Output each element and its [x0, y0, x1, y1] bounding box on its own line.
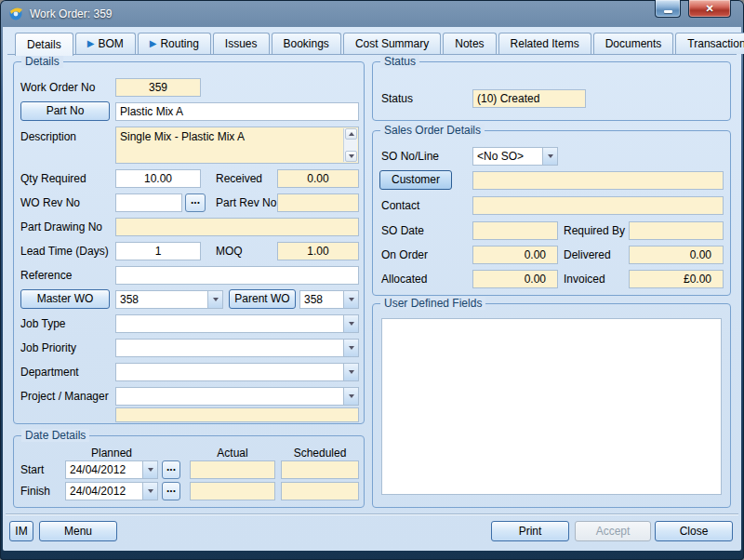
chevron-down-icon: [349, 322, 354, 326]
part-rev-no-field: [277, 193, 359, 212]
job-priority-combo[interactable]: [115, 339, 359, 357]
finish-planned-date-picker[interactable]: 24/04/2012: [65, 482, 158, 500]
tab-notes[interactable]: Notes: [443, 33, 496, 54]
user-defined-fields-panel: [381, 318, 722, 495]
tab-routing[interactable]: ▶Routing: [138, 33, 211, 54]
so-date-label: SO Date: [381, 224, 424, 237]
dropdown-button[interactable]: [207, 291, 222, 308]
footer-separator: [6, 513, 738, 515]
department-combo[interactable]: [115, 363, 359, 381]
wo-rev-browse-button[interactable]: ...: [185, 193, 206, 212]
received-field: 0.00: [277, 169, 359, 188]
master-wo-combo[interactable]: 358: [115, 290, 223, 309]
close-button[interactable]: Close: [655, 521, 733, 541]
tab-label: Transactions: [687, 34, 744, 54]
master-wo-value: 358: [120, 291, 139, 308]
tab-related-items[interactable]: Related Items: [498, 33, 591, 54]
dropdown-button[interactable]: [542, 148, 557, 165]
chevron-down-icon: [148, 468, 153, 472]
im-button[interactable]: IM: [9, 521, 33, 541]
accept-button: Accept: [575, 521, 651, 541]
description-field: Single Mix - Plastic Mix A: [115, 127, 359, 164]
tab-bookings[interactable]: Bookings: [272, 33, 341, 54]
tab-issues[interactable]: Issues: [213, 33, 270, 54]
minimize-icon: [664, 10, 672, 13]
wo-rev-no-field[interactable]: [115, 193, 182, 212]
chevron-down-icon: [349, 298, 354, 301]
dropdown-button[interactable]: [343, 364, 358, 380]
tab-bom[interactable]: ▶BOM: [75, 33, 136, 54]
allocated-label: Allocated: [381, 273, 427, 286]
dropdown-button[interactable]: [343, 388, 358, 405]
contact-field: [472, 196, 724, 215]
scroll-up-button[interactable]: [345, 128, 357, 140]
contact-label: Contact: [381, 199, 419, 212]
tab-details[interactable]: Details: [15, 33, 73, 56]
description-label: Description: [20, 130, 76, 143]
description-scrollbar[interactable]: [343, 128, 357, 162]
chevron-down-icon: [349, 394, 354, 398]
work-order-no-field: 359: [115, 78, 201, 97]
tab-documents[interactable]: Documents: [593, 33, 674, 54]
start-scheduled-field: [281, 460, 359, 479]
menu-button[interactable]: Menu: [39, 521, 117, 541]
part-rev-no-label: Part Rev No: [216, 196, 276, 209]
dropdown-button[interactable]: [142, 461, 157, 478]
dropdown-button[interactable]: [142, 483, 157, 500]
play-icon: ▶: [87, 39, 95, 48]
description-text: Single Mix - Plastic Mix A: [120, 130, 245, 143]
invoiced-label: Invoiced: [564, 273, 605, 286]
play-icon: ▶: [150, 39, 157, 48]
master-wo-button[interactable]: Master WO: [20, 289, 110, 309]
minimize-button[interactable]: [655, 0, 681, 18]
finish-scheduled-field: [281, 482, 359, 500]
planned-header: Planned: [65, 447, 158, 460]
scroll-down-icon: [349, 154, 354, 158]
dropdown-button[interactable]: [343, 291, 358, 308]
required-by-label: Required By: [564, 224, 625, 237]
tab-label: Related Items: [511, 34, 579, 54]
parent-wo-combo[interactable]: 358: [299, 290, 359, 309]
department-label: Department: [20, 366, 79, 379]
dropdown-button[interactable]: [343, 340, 358, 356]
moq-label: MOQ: [216, 245, 243, 258]
scroll-up-icon: [349, 132, 354, 136]
part-no-button[interactable]: Part No: [20, 101, 110, 121]
user-defined-fields-legend: User Defined Fields: [380, 297, 485, 310]
tab-cost-summary[interactable]: Cost Summary: [343, 33, 441, 54]
reference-field[interactable]: [115, 266, 359, 285]
customer-button[interactable]: Customer: [379, 170, 452, 190]
qty-required-field[interactable]: 10.00: [115, 169, 201, 188]
finish-planned-value: 24/04/2012: [70, 483, 126, 500]
close-window-button[interactable]: ✕: [688, 0, 731, 18]
dropdown-button[interactable]: [343, 315, 358, 332]
tab-label: Issues: [225, 34, 258, 54]
moq-field: 1.00: [277, 242, 359, 260]
tab-transactions[interactable]: Transactions: [675, 33, 744, 54]
received-label: Received: [216, 172, 262, 185]
start-planned-date-picker[interactable]: 24/04/2012: [65, 460, 158, 479]
actual-header: Actual: [190, 447, 275, 460]
chevron-down-icon: [349, 370, 354, 374]
part-no-field[interactable]: Plastic Mix A: [115, 102, 359, 121]
start-label: Start: [20, 463, 44, 476]
scroll-down-button[interactable]: [345, 151, 357, 162]
window-title: Work Order: 359: [30, 7, 112, 20]
lead-time-field[interactable]: 1: [115, 242, 201, 260]
parent-wo-value: 358: [304, 291, 323, 308]
job-type-combo[interactable]: [115, 314, 359, 333]
so-no-line-combo[interactable]: <No SO>: [472, 147, 558, 166]
so-no-line-label: SO No/Line: [381, 150, 439, 163]
chevron-down-icon: [148, 489, 153, 493]
so-no-line-value: <No SO>: [477, 148, 524, 165]
finish-browse-button[interactable]: ...: [162, 482, 180, 500]
title-bar[interactable]: Work Order: 359 ✕: [0, 0, 744, 27]
on-order-field: 0.00: [472, 246, 558, 264]
reference-label: Reference: [20, 269, 72, 282]
start-browse-button[interactable]: ...: [162, 460, 180, 479]
project-manager-combo[interactable]: [115, 387, 359, 406]
print-button[interactable]: Print: [491, 521, 569, 541]
parent-wo-button[interactable]: Parent WO: [229, 289, 296, 309]
status-label: Status: [381, 92, 413, 105]
chevron-down-icon: [349, 346, 354, 350]
